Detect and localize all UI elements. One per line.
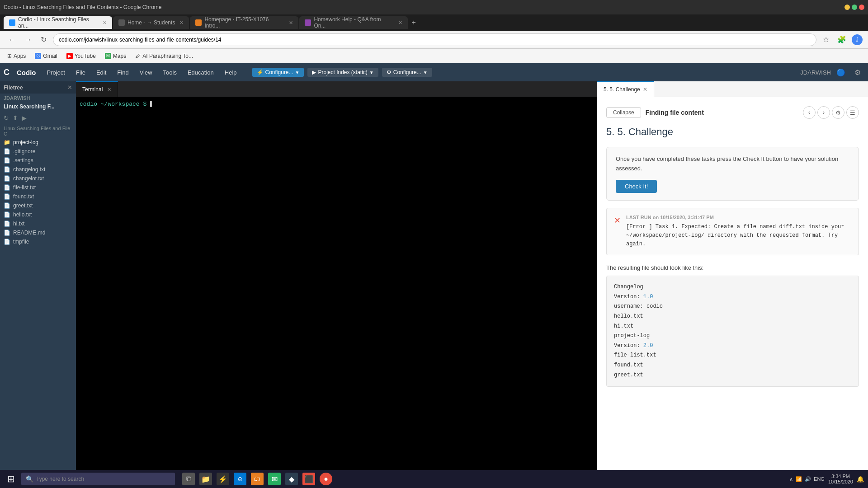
- bookmark-gmail[interactable]: G Gmail: [33, 52, 59, 60]
- fp-line-8: file-list.txt: [614, 351, 851, 361]
- ft-item-hi[interactable]: 📄 hi.txt: [0, 219, 76, 228]
- tb-browser[interactable]: e: [234, 473, 246, 485]
- bookmark-maps-label: Maps: [113, 53, 126, 59]
- tab-close-1[interactable]: ✕: [103, 20, 107, 26]
- back-button[interactable]: ←: [5, 35, 18, 45]
- ft-label-found: found.txt: [13, 193, 34, 200]
- ft-item-settings[interactable]: 📄 .settings: [0, 156, 76, 165]
- tray-volume[interactable]: 🔊: [805, 476, 811, 482]
- challenge-list-button[interactable]: ☰: [846, 106, 859, 119]
- notification-button[interactable]: 🔔: [857, 476, 864, 483]
- menu-file[interactable]: File: [71, 67, 90, 78]
- ft-run-button[interactable]: ▶: [22, 114, 27, 122]
- challenge-toolbar: Collapse Finding file content ‹ › ⚙ ☰: [606, 106, 859, 119]
- tb-chrome[interactable]: ●: [320, 473, 332, 485]
- taskbar-search-placeholder: Type here to search: [36, 476, 84, 482]
- close-button[interactable]: [859, 5, 864, 10]
- new-tab-button[interactable]: +: [409, 19, 418, 27]
- challenge-tab-close[interactable]: ✕: [643, 86, 647, 93]
- tb-app-red[interactable]: ⬛: [302, 473, 315, 485]
- editor-tab-strip: Terminal ✕: [76, 81, 597, 97]
- ft-item-changelog[interactable]: 📄 changelog.txt: [0, 165, 76, 174]
- menu-project[interactable]: Project: [42, 67, 70, 78]
- extensions-button[interactable]: 🧩: [835, 34, 849, 45]
- window-controls[interactable]: [844, 5, 864, 10]
- bookmark-apps[interactable]: ⊞ Apps: [5, 52, 28, 60]
- tab-close-2[interactable]: ✕: [179, 20, 184, 26]
- filetree-username: JDARWISH: [0, 94, 76, 103]
- ft-item-hello[interactable]: 📄 hello.txt: [0, 210, 76, 219]
- menu-tools[interactable]: Tools: [159, 67, 181, 78]
- terminal-tab-close[interactable]: ✕: [107, 87, 111, 93]
- tb-task-view[interactable]: ⧉: [182, 473, 195, 485]
- bookmark-button[interactable]: ☆: [820, 34, 832, 45]
- ft-refresh-button[interactable]: ↻: [4, 114, 9, 122]
- address-bar[interactable]: codio.com/jdarwish/linux-searching-files…: [53, 33, 816, 46]
- codio-app: C Codio Project File Edit Find View Tool…: [0, 63, 868, 488]
- challenge-tab[interactable]: 5. 5. Challenge ✕: [597, 81, 654, 97]
- profile-button[interactable]: J: [852, 34, 863, 45]
- ft-item-filelist[interactable]: 📄 file-list.txt: [0, 183, 76, 192]
- bookmark-maps[interactable]: M Maps: [103, 52, 128, 60]
- filetree-close-button[interactable]: ✕: [67, 84, 72, 91]
- challenge-tab-label: 5. 5. Challenge: [604, 86, 640, 93]
- menu-view[interactable]: View: [135, 67, 157, 78]
- bookmark-youtube[interactable]: ▶ YouTube: [65, 52, 98, 60]
- taskbar-search[interactable]: 🔍 Type here to search: [21, 473, 175, 485]
- challenge-settings-button[interactable]: ⚙: [832, 106, 844, 119]
- check-it-button[interactable]: Check It!: [616, 180, 657, 193]
- next-button[interactable]: ›: [817, 106, 830, 119]
- tb-dropbox[interactable]: ◆: [285, 473, 298, 485]
- terminal-content[interactable]: codio ~/workspace $ ▌: [76, 97, 597, 484]
- configure-btn-2[interactable]: ⚙ Configure... ▼: [382, 68, 432, 77]
- collapse-button[interactable]: Collapse: [606, 107, 641, 118]
- configure-btn-1[interactable]: ⚡ Configure... ▼: [252, 68, 304, 77]
- browser-tab-3[interactable]: Homepage - IT-255-X1076 Intro... ✕: [190, 16, 298, 29]
- taskbar: ⊞ 🔍 Type here to search ⧉ 📁 ⚡ e 🗂 ✉ ◆ ⬛ …: [0, 470, 868, 488]
- forward-button[interactable]: →: [22, 35, 34, 45]
- settings-icon-btn[interactable]: ⚙: [851, 67, 864, 78]
- ft-create-button[interactable]: ⬆: [13, 114, 18, 122]
- start-button[interactable]: ⊞: [4, 474, 19, 484]
- tab-close-4[interactable]: ✕: [398, 20, 402, 26]
- maximize-button[interactable]: [852, 5, 857, 10]
- filetree-title: Filetree: [4, 84, 23, 91]
- menu-find[interactable]: Find: [113, 67, 133, 78]
- fp-line-5: hi.txt: [614, 322, 851, 332]
- taskbar-search-icon: 🔍: [26, 475, 33, 483]
- taskbar-clock[interactable]: 3:34 PM 10/15/2020: [828, 474, 853, 484]
- menu-help[interactable]: Help: [220, 67, 241, 78]
- tray-chevron[interactable]: ∧: [789, 476, 793, 482]
- tb-mail[interactable]: ✉: [268, 473, 281, 485]
- browser-tab-2[interactable]: Home - → Students ✕: [113, 16, 189, 29]
- file-icon-hi: 📄: [4, 221, 10, 227]
- ft-item-tmpfile[interactable]: 📄 tmpfile: [0, 237, 76, 246]
- tb-lightning[interactable]: ⚡: [217, 473, 229, 485]
- ft-item-greet[interactable]: 📄 greet.txt: [0, 201, 76, 210]
- fp-line-2: Version: 1.0: [614, 292, 851, 302]
- menu-edit[interactable]: Edit: [92, 67, 111, 78]
- bookmark-ai[interactable]: 🖊 AI Paraphrasing To...: [133, 52, 195, 60]
- tab-close-3[interactable]: ✕: [289, 20, 293, 26]
- ft-item-changelot[interactable]: 📄 changelot.txt: [0, 174, 76, 183]
- ft-item-found[interactable]: 📄 found.txt: [0, 192, 76, 201]
- ft-item-project-log[interactable]: 📁 project-log: [0, 138, 76, 147]
- ft-item-readme[interactable]: 📄 README.md: [0, 228, 76, 237]
- challenge-content: Collapse Finding file content ‹ › ⚙ ☰ 5.…: [597, 97, 868, 488]
- prev-button[interactable]: ‹: [803, 106, 816, 119]
- reload-button[interactable]: ↻: [38, 34, 49, 45]
- user-icon-btn[interactable]: 🔵: [833, 67, 849, 78]
- menu-education[interactable]: Education: [183, 67, 218, 78]
- browser-tab-4[interactable]: Homework Help - Q&A from On... ✕: [299, 16, 408, 29]
- maps-icon: M: [105, 53, 111, 59]
- tb-files[interactable]: 🗂: [251, 473, 264, 485]
- tray-network[interactable]: 📶: [796, 476, 802, 482]
- editor-tab-terminal[interactable]: Terminal ✕: [76, 81, 118, 97]
- tb-file-explorer[interactable]: 📁: [199, 473, 212, 485]
- ft-item-gitignore[interactable]: 📄 .gitignore: [0, 147, 76, 156]
- project-index-btn[interactable]: ▶ Project Index (static) ▼: [307, 68, 378, 77]
- minimize-button[interactable]: [844, 5, 850, 10]
- codio-appname: Codio: [17, 69, 36, 76]
- codio-logo[interactable]: C: [4, 68, 9, 77]
- browser-tab-1[interactable]: Codio - Linux Searching Files an... ✕: [4, 16, 112, 29]
